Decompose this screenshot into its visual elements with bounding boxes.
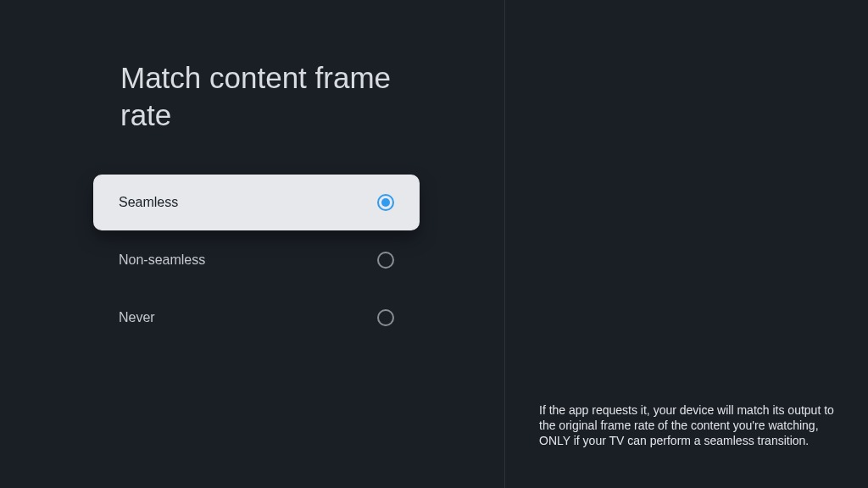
option-non-seamless[interactable]: Non-seamless [93, 232, 420, 288]
right-panel: If the app requests it, your device will… [504, 0, 868, 488]
option-label: Never [119, 310, 155, 325]
left-panel: Match content frame rate Seamless Non-se… [0, 0, 504, 488]
option-description: If the app requests it, your device will… [539, 403, 843, 449]
options-list: Seamless Non-seamless Never [0, 175, 504, 346]
option-label: Non-seamless [119, 252, 205, 268]
option-never[interactable]: Never [93, 290, 420, 346]
radio-icon [377, 194, 394, 211]
radio-icon [377, 309, 394, 326]
settings-container: Match content frame rate Seamless Non-se… [0, 0, 868, 488]
option-label: Seamless [119, 195, 178, 210]
page-title: Match content frame rate [120, 59, 420, 134]
radio-icon [377, 252, 394, 269]
option-seamless[interactable]: Seamless [93, 175, 420, 230]
